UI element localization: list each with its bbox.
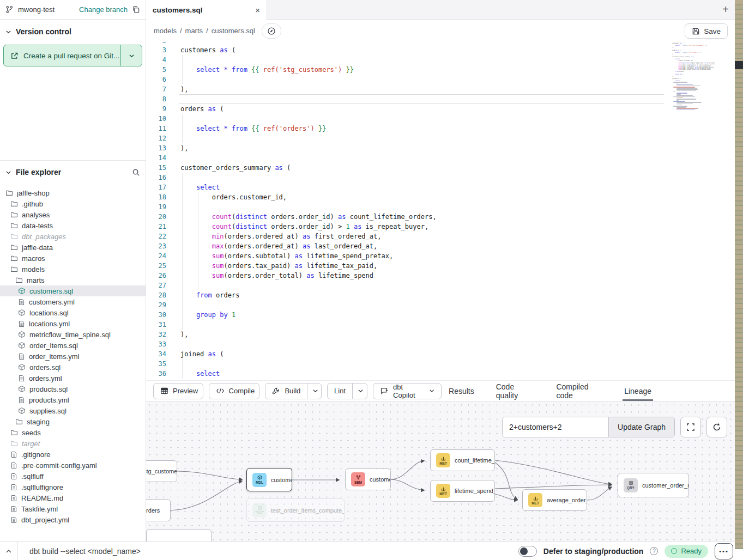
change-branch-link[interactable]: Change branch: [79, 5, 128, 14]
lineage-node-partial-node[interactable]: [146, 529, 212, 541]
code-line-34[interactable]: 34joined as (: [146, 349, 743, 359]
code-line-31[interactable]: 31: [146, 320, 743, 330]
tree-item-customers-yml[interactable]: customers.yml: [0, 296, 146, 307]
tree-item-staging[interactable]: staging: [0, 416, 146, 427]
code-line-13[interactable]: 13),: [146, 143, 743, 153]
lineage-node-lifetime-spend-pretax[interactable]: METlifetime_spend_pretax: [430, 480, 495, 502]
lineage-node-orders[interactable]: orders: [146, 499, 171, 521]
code-line-27[interactable]: 27: [146, 281, 743, 290]
code-line-3[interactable]: 3customers as (: [146, 45, 743, 55]
pr-button-chevron[interactable]: [121, 45, 142, 66]
lineage-selector-input[interactable]: [503, 417, 608, 437]
tree-item-supplies-sql[interactable]: supplies.sql: [0, 405, 146, 416]
code-line-36[interactable]: 36 select: [146, 369, 743, 379]
tree-item--sqlfluffignore[interactable]: .sqlfluffignore: [0, 482, 146, 492]
code-line-20[interactable]: 20 count(distinct orders.order_id) as co…: [146, 212, 743, 222]
lint-chevron[interactable]: [352, 384, 367, 399]
code-line-17[interactable]: 17 select: [146, 182, 743, 192]
lint-button[interactable]: Lint: [327, 383, 367, 399]
minimap[interactable]: customers as ( select * from {{ ref('stg…: [672, 42, 715, 111]
tab-code-quality[interactable]: Code quality: [494, 381, 536, 401]
tree-item-order-items-yml[interactable]: order_items.yml: [0, 351, 146, 362]
code-line-8[interactable]: 8: [146, 94, 743, 104]
tree-item-jaffle-shop[interactable]: jaffle-shop: [0, 187, 146, 198]
lineage-node-customers-semantic[interactable]: SEMcustomers: [345, 468, 391, 490]
code-line-24[interactable]: 24 sum(orders.subtotal) as lifetime_spen…: [146, 251, 743, 261]
update-graph-button[interactable]: Update Graph: [608, 417, 674, 437]
tree-item-orders-yml[interactable]: orders.yml: [0, 373, 146, 384]
tab-results[interactable]: Results: [447, 381, 476, 401]
tree-item-dbt-packages[interactable]: dbt_packages: [0, 231, 146, 242]
dbt-copilot-button[interactable]: dbt Copilot: [373, 383, 442, 399]
code-line-11[interactable]: 11 select * from {{ ref('orders') }}: [146, 124, 743, 133]
breadcrumb-marts[interactable]: marts: [185, 27, 203, 35]
tree-item-products-sql[interactable]: products.sql: [0, 384, 146, 394]
code-line-9[interactable]: 9orders as (: [146, 104, 743, 114]
save-button[interactable]: Save: [685, 23, 728, 39]
tree-item--sqlfluff[interactable]: .sqlfluff: [0, 471, 146, 482]
tree-item-orders-sql[interactable]: orders.sql: [0, 362, 146, 373]
breadcrumb-models[interactable]: models: [154, 27, 177, 35]
defer-toggle[interactable]: [518, 546, 537, 557]
code-line-12[interactable]: 12: [146, 133, 743, 143]
code-line-28[interactable]: 28 from orders: [146, 290, 743, 300]
tree-item-metricflow-time-spine-sql[interactable]: metricflow_time_spine.sql: [0, 329, 146, 340]
code-line-10[interactable]: 10: [146, 114, 743, 124]
compass-icon[interactable]: [262, 23, 281, 39]
tree-item-locations-sql[interactable]: locations.sql: [0, 307, 146, 318]
tree-item-products-yml[interactable]: products.yml: [0, 394, 146, 405]
tree-item-seeds[interactable]: seeds: [0, 427, 146, 438]
code-line-32[interactable]: 32),: [146, 330, 743, 339]
tree-item-order-items-sql[interactable]: order_items.sql: [0, 340, 146, 351]
tree-item-taskfile-yml[interactable]: Taskfile.yml: [0, 503, 146, 514]
code-line-21[interactable]: 21 count(distinct orders.order_id) > 1 a…: [146, 222, 743, 232]
tree-item-locations-yml[interactable]: locations.yml: [0, 318, 146, 329]
tree-item--github[interactable]: .github: [0, 198, 146, 209]
code-line-15[interactable]: 15customer_orders_summary as (: [146, 163, 743, 173]
help-icon[interactable]: ?: [650, 547, 658, 555]
build-button[interactable]: Build: [265, 383, 322, 399]
chevron-down-icon[interactable]: [5, 29, 11, 35]
tree-item-customers-sql[interactable]: customers.sql: [0, 285, 146, 296]
code-line-29[interactable]: 29: [146, 300, 743, 310]
tree-item-marts[interactable]: marts: [0, 275, 146, 285]
lineage-node-average-order-value[interactable]: METaverage_order_value: [522, 489, 587, 511]
copy-icon[interactable]: [132, 5, 140, 14]
code-line-6[interactable]: 6: [146, 75, 743, 84]
build-chevron[interactable]: [307, 384, 322, 399]
preview-button[interactable]: Preview: [153, 383, 203, 399]
chevron-down-icon[interactable]: [5, 169, 11, 175]
lineage-panel[interactable]: stg_customersordersMDLcustomersTSTtest_o…: [146, 401, 743, 541]
lineage-node-customers-model[interactable]: MDLcustomers: [246, 468, 292, 491]
search-icon[interactable]: [132, 168, 140, 176]
code-line-18[interactable]: 18 orders.customer_id,: [146, 192, 743, 202]
more-options-button[interactable]: •••: [715, 543, 733, 559]
create-pr-button[interactable]: Create a pull request on Git...: [3, 45, 142, 66]
tab-compiled-code[interactable]: Compiled code: [554, 381, 604, 401]
lineage-node-count-lifetime-orders[interactable]: METcount_lifetime_orders: [430, 449, 495, 471]
tree-item-readme-md[interactable]: README.md: [0, 492, 146, 503]
tree-item-jaffle-data[interactable]: jaffle-data: [0, 242, 146, 253]
new-tab-button[interactable]: +: [722, 3, 729, 16]
refresh-icon[interactable]: [706, 417, 727, 437]
code-line-5[interactable]: 5 select * from {{ ref('stg_customers') …: [146, 65, 743, 75]
fullscreen-icon[interactable]: [680, 417, 701, 437]
code-line-19[interactable]: 19: [146, 202, 743, 212]
lineage-node-stg-customers[interactable]: stg_customers: [146, 460, 177, 482]
tab-customers-sql[interactable]: customers.sql ×: [146, 0, 267, 20]
code-line-16[interactable]: 16: [146, 173, 743, 182]
code-editor[interactable]: 23customers as (45 select * from {{ ref(…: [146, 42, 743, 380]
code-line-7[interactable]: 7),: [146, 84, 743, 94]
tree-item-dbt-project-yml[interactable]: dbt_project.yml: [0, 514, 146, 525]
expand-panel-chevron[interactable]: [0, 542, 18, 560]
code-line-23[interactable]: 23 max(orders.ordered_at) as last_ordere…: [146, 241, 743, 251]
close-icon[interactable]: ×: [255, 6, 260, 14]
compile-button[interactable]: Compile: [209, 383, 260, 399]
code-line-22[interactable]: 22 min(orders.ordered_at) as first_order…: [146, 232, 743, 241]
tree-item-models[interactable]: models: [0, 264, 146, 275]
tree-item--gitignore[interactable]: .gitignore: [0, 449, 146, 460]
scrollbar-thumb[interactable]: [735, 61, 743, 69]
tab-lineage[interactable]: Lineage: [623, 381, 653, 401]
code-line-4[interactable]: 4: [146, 55, 743, 65]
lineage-node-test-order-items[interactable]: TSTtest_order_items_compute_to_bools...: [246, 498, 345, 522]
